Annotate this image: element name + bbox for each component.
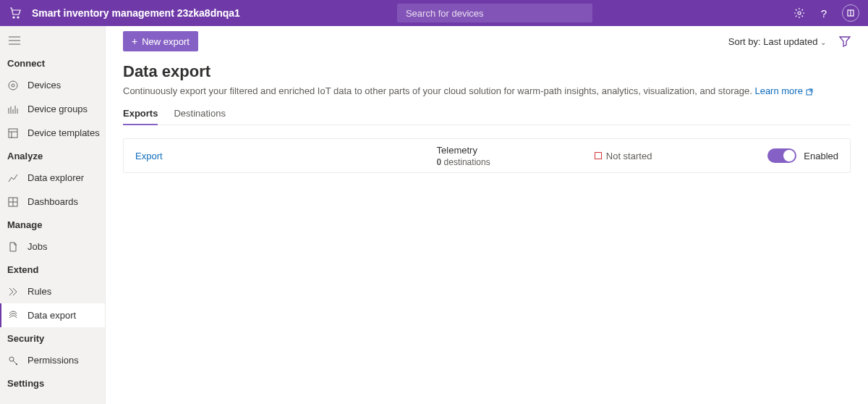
- main-content: + New export Sort by: Last updated ⌄ Dat…: [106, 26, 868, 404]
- tabs: Exports Destinations: [123, 108, 851, 125]
- rules-icon: [7, 286, 19, 298]
- sidebar-item-label: Rules: [27, 286, 51, 297]
- svg-point-2: [798, 12, 801, 14]
- sort-by-label: Sort by:: [728, 36, 761, 47]
- plus-icon: +: [132, 36, 137, 46]
- header-actions: ?: [793, 4, 859, 22]
- data-explorer-icon: [7, 172, 19, 184]
- export-row: Export Telemetry 0 destinations Not star…: [123, 138, 851, 173]
- sidebar-item-jobs[interactable]: Jobs: [0, 235, 105, 258]
- sidebar-item-data-explorer[interactable]: Data explorer: [0, 166, 105, 190]
- permissions-icon: [7, 355, 19, 366]
- section-manage: Manage: [0, 214, 105, 235]
- sidebar-item-label: Device groups: [27, 104, 88, 114]
- status-text: Not started: [606, 151, 652, 161]
- new-export-label: New export: [142, 36, 190, 47]
- data-export-icon: [7, 310, 19, 321]
- export-name-link[interactable]: Export: [135, 151, 163, 161]
- sidebar-item-permissions[interactable]: Permissions: [0, 348, 105, 372]
- section-security: Security: [0, 327, 105, 348]
- page-subtitle: Continuously export your filtered and en…: [123, 85, 851, 96]
- learn-more-link[interactable]: Learn more: [754, 85, 812, 96]
- tab-exports[interactable]: Exports: [123, 108, 158, 125]
- help-icon[interactable]: ?: [817, 7, 830, 20]
- section-extend: Extend: [0, 258, 105, 279]
- svg-point-1: [17, 17, 19, 18]
- enabled-label: Enabled: [804, 151, 838, 161]
- new-export-button[interactable]: + New export: [123, 31, 198, 51]
- sidebar-item-label: Devices: [27, 80, 61, 91]
- hamburger-icon[interactable]: [0, 29, 105, 52]
- jobs-icon: [7, 241, 19, 253]
- sidebar-item-label: Data export: [27, 310, 76, 321]
- gear-icon[interactable]: [793, 7, 806, 20]
- app-switcher-icon[interactable]: [842, 4, 859, 22]
- sidebar-item-data-export[interactable]: Data export: [0, 303, 105, 327]
- search-input[interactable]: [406, 8, 584, 19]
- shopping-cart-icon[interactable]: [9, 7, 22, 20]
- command-bar: + New export Sort by: Last updated ⌄: [106, 26, 868, 56]
- sidebar-item-label: Data explorer: [27, 172, 84, 183]
- sidebar-item-label: Dashboards: [27, 196, 78, 207]
- chevron-down-icon: ⌄: [820, 38, 826, 46]
- device-groups-icon: [7, 104, 19, 115]
- page-title: Data export: [123, 62, 851, 81]
- svg-point-5: [12, 84, 14, 87]
- section-settings: Settings: [0, 372, 105, 393]
- dashboards-icon: [7, 196, 19, 208]
- sidebar-item-label: Device templates: [27, 127, 100, 138]
- section-analyze: Analyze: [0, 145, 105, 166]
- sidebar-item-device-groups[interactable]: Device groups: [0, 97, 105, 121]
- status-indicator-icon: [595, 152, 602, 159]
- destinations-count: 0 destinations: [437, 157, 595, 167]
- tab-destinations[interactable]: Destinations: [174, 108, 226, 125]
- sidebar-item-dashboards[interactable]: Dashboards: [0, 190, 105, 214]
- subtitle-text: Continuously export your filtered and en…: [123, 85, 752, 96]
- sort-by-control[interactable]: Sort by: Last updated ⌄: [728, 36, 826, 47]
- svg-rect-6: [9, 129, 17, 138]
- svg-point-0: [13, 17, 14, 18]
- sidebar-item-devices[interactable]: Devices: [0, 73, 105, 97]
- sidebar-item-label: Jobs: [27, 241, 47, 252]
- sidebar: Connect Devices Device groups Device tem…: [0, 26, 106, 404]
- enabled-toggle[interactable]: [767, 148, 796, 163]
- sidebar-item-rules[interactable]: Rules: [0, 279, 105, 303]
- app-title: Smart inventory management 23zka8dnqa1: [32, 7, 240, 19]
- sidebar-item-device-templates[interactable]: Device templates: [0, 121, 105, 145]
- app-header: Smart inventory management 23zka8dnqa1 ?: [0, 0, 868, 26]
- device-templates-icon: [7, 127, 19, 139]
- filter-icon[interactable]: [839, 35, 851, 47]
- search-box[interactable]: [397, 4, 592, 22]
- telemetry-label: Telemetry: [437, 145, 595, 156]
- section-connect: Connect: [0, 52, 105, 73]
- sort-by-value: Last updated: [763, 36, 817, 47]
- devices-icon: [7, 80, 19, 91]
- svg-point-4: [9, 81, 17, 90]
- sidebar-item-label: Permissions: [27, 355, 79, 366]
